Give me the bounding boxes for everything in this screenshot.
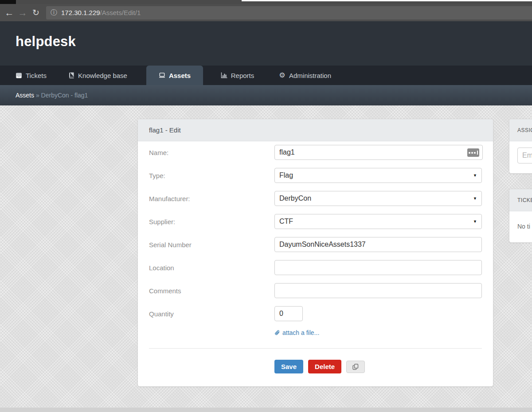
- chevron-down-icon: ▼: [473, 173, 477, 178]
- tab-knowledge-base[interactable]: Knowledge base: [62, 66, 133, 85]
- tab-label: Knowledge base: [78, 72, 127, 79]
- form-row-quantity: Quantity: [149, 306, 482, 321]
- asset-edit-form: Name: Type: Flag ▼ Manufacturer:: [138, 141, 493, 373]
- breadcrumb-current: » DerbyCon - flag1: [34, 92, 88, 99]
- assigned-panel-body: [509, 141, 532, 173]
- tickets-empty-text: No ti: [509, 211, 532, 242]
- serial-number-input[interactable]: [274, 237, 482, 252]
- right-sidebar: ASSIG TICKE No ti: [509, 105, 532, 229]
- supplier-select[interactable]: CTF ▼: [274, 214, 482, 229]
- assigned-panel-header: ASSIG: [509, 119, 532, 141]
- url-host: 172.30.1.229: [61, 9, 100, 16]
- window-corner: [0, 0, 16, 4]
- asset-edit-panel: flag1 - Edit Name: Type: Flag ▼: [137, 119, 493, 387]
- form-row-comments: Comments: [149, 283, 482, 298]
- tab-strip-highlight: [242, 0, 532, 1]
- page-info-icon[interactable]: ⓘ: [51, 8, 57, 17]
- footer-strip: [0, 408, 532, 412]
- main-nav: Tickets Knowledge base Assets: [0, 66, 532, 85]
- form-divider: [149, 348, 482, 349]
- form-row-type: Type: Flag ▼: [149, 168, 482, 183]
- name-input[interactable]: [274, 145, 483, 160]
- form-row-name: Name:: [149, 145, 482, 160]
- forward-button[interactable]: →: [16, 8, 29, 18]
- supplier-label: Supplier:: [149, 218, 274, 225]
- browser-tab-strip: [0, 0, 532, 4]
- type-select[interactable]: Flag ▼: [274, 168, 482, 183]
- book-icon: [68, 72, 74, 79]
- type-label: Type:: [149, 172, 274, 179]
- attach-file-row: attach a file...: [274, 329, 482, 336]
- app-header: helpdesk: [0, 21, 532, 66]
- manufacturer-label: Manufacturer:: [149, 195, 274, 202]
- tab-reports[interactable]: Reports: [216, 66, 258, 85]
- inbox-icon: [16, 72, 22, 79]
- browser-toolbar: ← → ↻ ⓘ 172.30.1.229/Assets/Edit/1: [0, 4, 532, 21]
- url-path: /Assets/Edit/1: [100, 9, 141, 16]
- form-actions: Save Delete: [274, 360, 482, 373]
- paperclip-icon: [274, 330, 280, 336]
- tab-label: Assets: [169, 72, 191, 79]
- panel-title: flag1 - Edit: [149, 126, 181, 134]
- save-button[interactable]: Save: [274, 360, 303, 373]
- type-select-value: Flag: [279, 171, 293, 179]
- location-input[interactable]: [274, 260, 482, 275]
- tab-label: Tickets: [26, 72, 47, 79]
- comments-input[interactable]: [274, 283, 482, 298]
- comments-label: Comments: [149, 287, 274, 295]
- address-bar[interactable]: ⓘ 172.30.1.229/Assets/Edit/1: [46, 6, 532, 19]
- assigned-panel: ASSIG: [509, 119, 532, 174]
- tickets-panel-header: TICKE: [509, 189, 532, 211]
- quantity-label: Quantity: [149, 310, 274, 318]
- breadcrumb-bar: Assets » DerbyCon - flag1: [0, 85, 532, 105]
- page-background: flag1 - Edit Name: Type: Flag ▼: [0, 105, 532, 412]
- laptop-icon: [159, 72, 165, 79]
- gear-icon: ⚙: [279, 72, 286, 79]
- form-row-manufacturer: Manufacturer: DerbyCon ▼: [149, 191, 482, 206]
- delete-button[interactable]: Delete: [308, 360, 341, 373]
- refresh-button[interactable]: ↻: [29, 8, 43, 18]
- tickets-panel-title: TICKE: [517, 197, 532, 203]
- tab-administration[interactable]: ⚙ Administration: [272, 66, 338, 85]
- supplier-select-value: CTF: [279, 218, 293, 225]
- app-title: helpdesk: [16, 34, 76, 50]
- tab-label: Reports: [231, 72, 254, 79]
- tab-label: Administration: [289, 72, 331, 79]
- clone-asset-button[interactable]: [346, 361, 365, 373]
- manufacturer-select[interactable]: DerbyCon ▼: [274, 191, 482, 206]
- location-label: Location: [149, 264, 274, 272]
- form-row-location: Location: [149, 260, 482, 275]
- tickets-panel: TICKE No ti: [509, 189, 532, 243]
- chevron-down-icon: ▼: [473, 196, 477, 201]
- autofill-extension-icon[interactable]: [467, 148, 479, 157]
- form-row-supplier: Supplier: CTF ▼: [149, 214, 482, 229]
- panel-header: flag1 - Edit: [138, 119, 493, 141]
- copy-icon: [352, 363, 359, 370]
- form-row-serial: Serial Number: [149, 237, 482, 252]
- back-button[interactable]: ←: [3, 8, 16, 18]
- assigned-email-input[interactable]: [517, 148, 532, 163]
- tab-assets[interactable]: Assets: [146, 66, 203, 85]
- chevron-down-icon: ▼: [473, 219, 477, 224]
- name-label: Name:: [149, 149, 274, 156]
- tab-tickets[interactable]: Tickets: [13, 66, 49, 85]
- breadcrumb-assets-link[interactable]: Assets: [16, 92, 34, 99]
- attach-file-link[interactable]: attach a file...: [282, 329, 319, 336]
- breadcrumb: Assets » DerbyCon - flag1: [16, 92, 88, 99]
- quantity-input[interactable]: [274, 306, 303, 321]
- bar-chart-icon: [221, 72, 227, 79]
- manufacturer-select-value: DerbyCon: [279, 194, 311, 202]
- assigned-panel-title: ASSIG: [517, 127, 532, 133]
- serial-number-label: Serial Number: [149, 241, 274, 249]
